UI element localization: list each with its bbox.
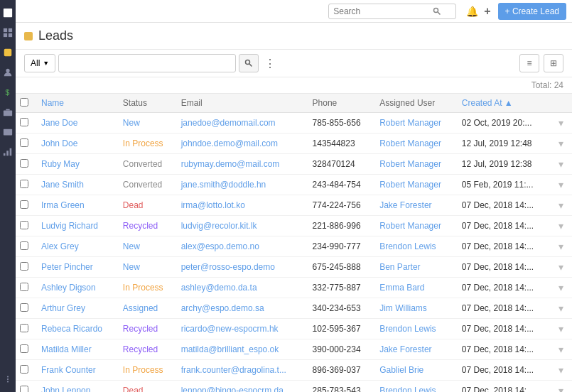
col-assigned[interactable]: Assigned User [374, 94, 456, 113]
row-menu-cell[interactable]: ▾ [550, 278, 572, 298]
row-menu-icon[interactable]: ▾ [556, 241, 566, 252]
col-phone[interactable]: Phone [307, 94, 374, 113]
email-link[interactable]: jane.smith@doddle.hn [181, 180, 266, 190]
lead-name-link[interactable]: Ruby May [41, 159, 80, 169]
row-menu-cell[interactable]: ▾ [550, 154, 572, 175]
email-icon[interactable] [0, 122, 16, 142]
lead-name-link[interactable]: Rebeca Ricardo [41, 324, 102, 334]
row-menu-icon[interactable]: ▾ [556, 200, 566, 211]
email-link[interactable]: archy@espo.demo.sa [181, 303, 264, 313]
row-menu-cell[interactable]: ▾ [550, 236, 572, 257]
assigned-user-link[interactable]: Robert Manager [379, 118, 441, 128]
lead-name-link[interactable]: Ashley Digson [41, 283, 96, 293]
row-checkbox[interactable] [20, 241, 28, 250]
lead-name-link[interactable]: John Doe [41, 138, 77, 148]
row-checkbox[interactable] [20, 159, 28, 168]
leads-table-container[interactable]: Name Status Email Phone Assigned User Cr… [16, 94, 572, 392]
row-checkbox[interactable] [20, 303, 28, 312]
email-link[interactable]: irma@lotto.lot.ko [181, 200, 245, 210]
row-menu-cell[interactable]: ▾ [550, 339, 572, 360]
row-checkbox-cell[interactable] [16, 134, 36, 154]
row-checkbox-cell[interactable] [16, 278, 36, 298]
assigned-user-link[interactable]: Gabliel Brie [379, 365, 423, 375]
grid-icon[interactable] [0, 23, 16, 43]
more-options-button[interactable]: ⋮ [261, 57, 279, 70]
search-box[interactable] [328, 4, 456, 19]
row-checkbox-cell[interactable] [16, 113, 36, 134]
col-name[interactable]: Name [36, 94, 117, 113]
select-all-checkbox[interactable] [20, 98, 28, 107]
lead-name-link[interactable]: Frank Counter [41, 365, 96, 375]
row-checkbox[interactable] [20, 138, 28, 147]
row-menu-cell[interactable]: ▾ [550, 175, 572, 195]
row-menu-cell[interactable]: ▾ [550, 319, 572, 339]
row-menu-icon[interactable]: ▾ [556, 385, 566, 392]
filter-input[interactable] [58, 54, 236, 72]
kanban-view-button[interactable]: ⊞ [544, 54, 563, 72]
row-menu-cell[interactable]: ▾ [550, 195, 572, 216]
row-checkbox-cell[interactable] [16, 216, 36, 236]
row-checkbox-cell[interactable] [16, 319, 36, 339]
row-menu-icon[interactable]: ▾ [556, 282, 566, 293]
row-checkbox-cell[interactable] [16, 154, 36, 175]
assigned-user-link[interactable]: Brendon Lewis [379, 324, 436, 334]
search-input[interactable] [333, 6, 433, 16]
email-link[interactable]: ricardo@new-espocrm.hk [181, 324, 279, 334]
row-checkbox-cell[interactable] [16, 339, 36, 360]
list-view-button[interactable]: ≡ [519, 54, 539, 72]
assigned-user-link[interactable]: Brendon Lewis [379, 241, 436, 251]
email-link[interactable]: alex@espo.demo.no [181, 241, 259, 251]
row-checkbox[interactable] [20, 118, 28, 126]
row-menu-icon[interactable]: ▾ [556, 117, 566, 129]
assigned-user-link[interactable]: Robert Manager [379, 180, 441, 190]
email-link[interactable]: ludvig@recolor.kit.lk [181, 221, 257, 231]
lead-name-link[interactable]: Irma Green [41, 200, 85, 210]
filter-search-button[interactable] [239, 54, 259, 72]
row-menu-icon[interactable]: ▾ [556, 303, 566, 314]
row-checkbox-cell[interactable] [16, 257, 36, 278]
lead-name-link[interactable]: Arthur Grey [41, 303, 85, 313]
col-email[interactable]: Email [176, 94, 307, 113]
row-menu-icon[interactable]: ▾ [556, 323, 566, 334]
email-link[interactable]: frank.counter@dragolina.t... [181, 365, 286, 375]
briefcase-icon[interactable] [0, 102, 16, 122]
row-checkbox[interactable] [20, 180, 28, 188]
tag-icon[interactable] [0, 43, 16, 62]
col-created[interactable]: Created At ▲ [456, 94, 550, 113]
plus-icon[interactable]: + [484, 5, 490, 18]
assigned-user-link[interactable]: Jake Forester [379, 344, 431, 354]
email-link[interactable]: peter@rosso-espo.demo [181, 262, 275, 272]
lead-name-link[interactable]: Jane Smith [41, 180, 84, 190]
lead-name-link[interactable]: Alex Grey [41, 241, 79, 251]
assigned-user-link[interactable]: Emma Bard [379, 283, 424, 293]
assigned-user-link[interactable]: Robert Manager [379, 159, 441, 169]
email-link[interactable]: ashley@demo.da.ta [181, 283, 257, 293]
row-menu-icon[interactable]: ▾ [556, 138, 566, 149]
row-checkbox[interactable] [20, 221, 28, 229]
lead-name-link[interactable]: Matilda Miller [41, 344, 92, 354]
assigned-user-link[interactable]: Ben Parter [379, 262, 420, 272]
lead-name-link[interactable]: Ludvig Richard [41, 221, 98, 231]
row-menu-cell[interactable]: ▾ [550, 381, 572, 393]
row-checkbox-cell[interactable] [16, 298, 36, 319]
lead-name-link[interactable]: Jane Doe [41, 118, 77, 128]
dollar-icon[interactable]: $ [0, 82, 16, 102]
home-icon[interactable] [0, 3, 16, 23]
assigned-user-link[interactable]: Jake Forester [379, 200, 431, 210]
chart-icon[interactable] [0, 142, 16, 162]
email-link[interactable]: matilda@brilliant_espo.ok [181, 344, 279, 354]
row-checkbox[interactable] [20, 283, 28, 291]
row-checkbox[interactable] [20, 365, 28, 374]
row-checkbox-cell[interactable] [16, 195, 36, 216]
assigned-user-link[interactable]: Robert Manager [379, 138, 441, 148]
row-checkbox-cell[interactable] [16, 381, 36, 393]
more-icon[interactable] [0, 369, 16, 389]
row-menu-cell[interactable]: ▾ [550, 298, 572, 319]
contacts-icon[interactable] [0, 62, 16, 82]
row-menu-icon[interactable]: ▾ [556, 158, 566, 170]
row-checkbox[interactable] [20, 262, 28, 271]
bell-icon[interactable]: 🔔 [466, 6, 478, 17]
row-checkbox[interactable] [20, 200, 28, 209]
row-checkbox-cell[interactable] [16, 360, 36, 381]
email-link[interactable]: johndoe.demo@mail.com [181, 138, 278, 148]
